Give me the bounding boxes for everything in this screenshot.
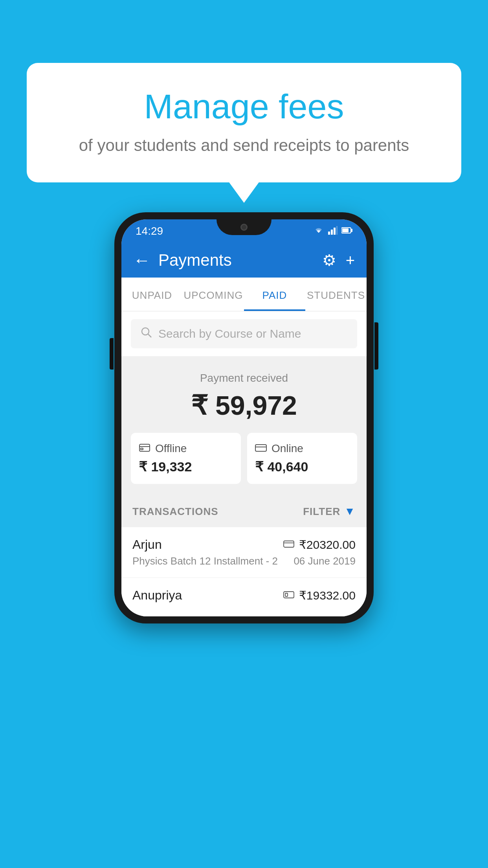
status-icons bbox=[313, 226, 352, 237]
tab-upcoming[interactable]: UPCOMING bbox=[183, 278, 244, 311]
online-icon bbox=[255, 442, 267, 455]
tab-bar: UNPAID UPCOMING PAID STUDENTS bbox=[121, 278, 367, 311]
tab-paid[interactable]: PAID bbox=[244, 278, 305, 311]
speech-bubble: Manage fees of your students and send re… bbox=[27, 63, 461, 182]
transaction-name: Anupriya bbox=[132, 588, 182, 603]
svg-rect-5 bbox=[342, 228, 349, 232]
offline-label: Offline bbox=[155, 442, 187, 455]
filter-label: FILTER bbox=[303, 506, 340, 518]
search-icon bbox=[140, 326, 152, 341]
transaction-row[interactable]: Anupriya ₹19332.00 bbox=[121, 578, 367, 616]
tab-unpaid[interactable]: UNPAID bbox=[121, 278, 183, 311]
transactions-label: TRANSACTIONS bbox=[132, 506, 218, 518]
transaction-row[interactable]: Arjun ₹20320.00 Physics Batch 12 Install… bbox=[121, 527, 367, 578]
status-time: 14:29 bbox=[136, 225, 163, 237]
online-card: Online ₹ 40,640 bbox=[247, 433, 357, 484]
cash-icon bbox=[283, 589, 294, 601]
svg-rect-0 bbox=[328, 232, 330, 235]
offline-amount: ₹ 19,332 bbox=[139, 459, 233, 474]
signal-icon bbox=[328, 226, 338, 236]
app-bar-actions: ⚙ + bbox=[322, 251, 355, 269]
offline-card-header: Offline bbox=[139, 442, 233, 455]
svg-line-8 bbox=[148, 334, 151, 337]
card-icon bbox=[283, 539, 294, 551]
svg-rect-9 bbox=[139, 444, 150, 451]
transaction-course: Physics Batch 12 Installment - 2 bbox=[132, 555, 278, 567]
svg-rect-12 bbox=[255, 445, 266, 451]
phone-mockup: 14:29 bbox=[114, 212, 374, 623]
svg-rect-3 bbox=[336, 226, 338, 235]
filter-icon: ▼ bbox=[344, 505, 356, 518]
phone-inner: 14:29 bbox=[121, 219, 367, 616]
svg-rect-2 bbox=[334, 228, 336, 235]
search-placeholder: Search by Course or Name bbox=[158, 327, 301, 340]
transaction-top: Anupriya ₹19332.00 bbox=[132, 588, 356, 603]
svg-point-7 bbox=[142, 328, 149, 335]
phone-outer: 14:29 bbox=[114, 212, 374, 623]
payment-cards: Offline ₹ 19,332 Online bbox=[131, 433, 357, 484]
transaction-amount-wrap: ₹20320.00 bbox=[283, 538, 356, 552]
transaction-top: Arjun ₹20320.00 bbox=[132, 537, 356, 552]
offline-icon bbox=[139, 442, 150, 455]
total-payment-amount: ₹ 59,972 bbox=[131, 390, 357, 421]
online-label: Online bbox=[272, 442, 303, 455]
payment-summary: Payment received ₹ 59,972 bbox=[121, 356, 367, 496]
transaction-amount-wrap: ₹19332.00 bbox=[283, 588, 356, 602]
speech-bubble-subtitle: of your students and send receipts to pa… bbox=[58, 136, 430, 155]
speech-bubble-title: Manage fees bbox=[58, 86, 430, 127]
notch bbox=[216, 219, 272, 235]
svg-rect-17 bbox=[285, 593, 288, 596]
settings-icon[interactable]: ⚙ bbox=[322, 251, 336, 269]
svg-rect-1 bbox=[331, 230, 333, 235]
search-box[interactable]: Search by Course or Name bbox=[131, 319, 357, 348]
transaction-name: Arjun bbox=[132, 537, 162, 552]
online-amount: ₹ 40,640 bbox=[255, 459, 349, 474]
svg-rect-11 bbox=[141, 448, 143, 450]
tab-students[interactable]: STUDENTS bbox=[305, 278, 367, 311]
search-container: Search by Course or Name bbox=[121, 311, 367, 356]
svg-rect-14 bbox=[284, 541, 294, 547]
transaction-bottom: Physics Batch 12 Installment - 2 06 June… bbox=[132, 555, 356, 567]
add-icon[interactable]: + bbox=[346, 252, 355, 269]
wifi-icon bbox=[313, 226, 324, 237]
status-bar: 14:29 bbox=[121, 219, 367, 243]
transaction-amount: ₹19332.00 bbox=[299, 588, 356, 602]
back-button[interactable]: ← bbox=[133, 250, 150, 270]
battery-icon bbox=[341, 227, 352, 235]
online-card-header: Online bbox=[255, 442, 349, 455]
transactions-header: TRANSACTIONS FILTER ▼ bbox=[121, 496, 367, 527]
app-bar: ← Payments ⚙ + bbox=[121, 243, 367, 278]
svg-rect-6 bbox=[351, 229, 352, 232]
filter-button[interactable]: FILTER ▼ bbox=[303, 505, 356, 518]
payment-received-label: Payment received bbox=[131, 372, 357, 384]
page-title: Payments bbox=[158, 251, 314, 270]
transaction-date: 06 June 2019 bbox=[294, 555, 356, 567]
camera bbox=[240, 224, 248, 231]
offline-card: Offline ₹ 19,332 bbox=[131, 433, 241, 484]
transaction-amount: ₹20320.00 bbox=[299, 538, 356, 552]
